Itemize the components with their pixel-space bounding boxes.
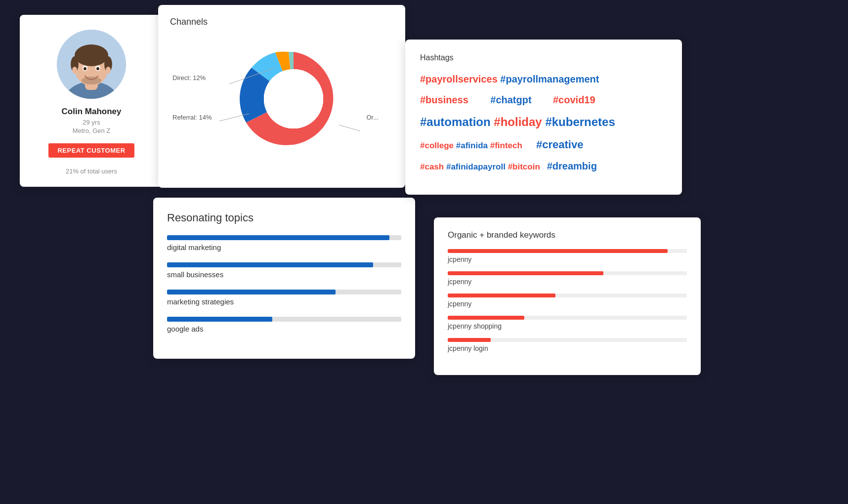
keyword-item-1: jcpenny bbox=[448, 249, 687, 263]
referral-label: Referral: 14% bbox=[172, 114, 212, 121]
topic-label: google ads bbox=[167, 325, 401, 333]
keyword-item-2: jcpenny bbox=[448, 271, 687, 286]
keyword-bar bbox=[448, 316, 524, 320]
hashtag-line-1: #payrollservices #payrollmanagement bbox=[420, 72, 667, 86]
svg-point-12 bbox=[72, 67, 77, 74]
hashtag-college: #college bbox=[420, 141, 456, 150]
hashtag-line-3: #automation #holiday #kubernetes bbox=[420, 114, 667, 130]
svg-line-21 bbox=[339, 125, 360, 131]
keyword-label: jcpenny bbox=[448, 278, 687, 286]
topic-bar bbox=[167, 317, 272, 322]
hashtag-bitcoin: #bitcoin bbox=[508, 162, 545, 171]
profile-age: 29 yrs bbox=[83, 119, 100, 126]
svg-point-11 bbox=[82, 77, 101, 84]
keywords-title: Organic + branded keywords bbox=[448, 230, 687, 240]
topic-bar bbox=[167, 290, 336, 294]
topic-bar bbox=[167, 262, 373, 267]
avatar bbox=[57, 30, 126, 99]
topic-bar bbox=[167, 235, 389, 240]
hashtag-cash: #cash bbox=[420, 162, 446, 171]
topic-item-google-ads: google ads bbox=[167, 317, 401, 333]
keyword-bar-wrap bbox=[448, 249, 687, 253]
keyword-bar bbox=[448, 338, 491, 342]
hashtag-covid19: #covid19 bbox=[553, 94, 595, 105]
topic-label: marketing strategies bbox=[167, 297, 401, 306]
direct-label: Direct: 12% bbox=[172, 74, 206, 82]
profile-stat: 21% of total users bbox=[66, 168, 117, 175]
svg-point-13 bbox=[106, 67, 111, 74]
keyword-label: jcpenny login bbox=[448, 344, 687, 352]
topic-item-small-businesses: small businesses bbox=[167, 262, 401, 279]
svg-point-18 bbox=[264, 69, 323, 128]
keyword-bar-wrap bbox=[448, 316, 687, 320]
hashtag-line-5: #cash #afinidapayroll #bitcoin #dreambig bbox=[420, 159, 667, 173]
keyword-bar bbox=[448, 271, 603, 275]
hashtag-fintech: #fintech bbox=[490, 141, 534, 150]
keyword-bar-wrap bbox=[448, 271, 687, 275]
keyword-label: jcpenny bbox=[448, 255, 687, 263]
keyword-bar bbox=[448, 294, 555, 297]
hashtags-title: Hashtags bbox=[420, 53, 667, 62]
hashtag-kubernetes: #kubernetes bbox=[545, 115, 615, 128]
keyword-bar-wrap bbox=[448, 294, 687, 297]
topic-item-digital-marketing: digital marketing bbox=[167, 235, 401, 252]
topics-card: Resonating topics digital marketing smal… bbox=[153, 198, 415, 359]
keyword-item-3: jcpenny bbox=[448, 294, 687, 308]
channels-card: Channels D bbox=[158, 5, 405, 188]
topic-bar-wrap bbox=[167, 290, 401, 294]
keyword-item-5: jcpenny login bbox=[448, 338, 687, 352]
keyword-bar-wrap bbox=[448, 338, 687, 342]
hashtag-line-4: #college #afinida #fintech #creative bbox=[420, 137, 667, 153]
keyword-label: jcpenny bbox=[448, 300, 687, 308]
hashtag-dreambig: #dreambig bbox=[547, 161, 597, 171]
keyword-label: jcpenny shopping bbox=[448, 322, 687, 330]
hashtag-line-2: #business #chatgpt #covid19 bbox=[420, 93, 667, 107]
svg-point-4 bbox=[75, 44, 108, 66]
profile-name: Colin Mahoney bbox=[62, 107, 122, 117]
profile-demo: Metro, Gen Z bbox=[73, 127, 111, 134]
hashtag-afinidapayroll: #afinidapayroll bbox=[446, 162, 508, 171]
topic-item-marketing-strategies: marketing strategies bbox=[167, 290, 401, 306]
hashtag-payrollservices: #payrollservices bbox=[420, 74, 500, 84]
hashtag-automation: #automation bbox=[420, 115, 494, 128]
topic-bar-wrap bbox=[167, 262, 401, 267]
topic-bar-wrap bbox=[167, 235, 401, 240]
channels-title: Channels bbox=[170, 17, 393, 27]
hashtag-creative: #creative bbox=[536, 138, 583, 151]
keywords-card: Organic + branded keywords jcpenny jcpen… bbox=[434, 217, 701, 375]
topic-label: digital marketing bbox=[167, 243, 401, 252]
hashtag-business: #business bbox=[420, 94, 490, 105]
organic-label: Or... bbox=[366, 114, 379, 121]
hashtag-holiday: #holiday bbox=[494, 115, 545, 128]
topic-label: small businesses bbox=[167, 270, 401, 279]
repeat-customer-badge: REPEAT CUSTOMER bbox=[48, 143, 134, 158]
hashtag-payrollmanagement: #payrollmanagement bbox=[500, 74, 599, 84]
hashtags-card: Hashtags #payrollservices #payrollmanage… bbox=[405, 40, 682, 195]
keyword-item-4: jcpenny shopping bbox=[448, 316, 687, 330]
topics-title: Resonating topics bbox=[167, 211, 401, 224]
topic-bar-wrap bbox=[167, 317, 401, 322]
hashtag-chatgpt: #chatgpt bbox=[490, 94, 551, 105]
channels-donut-chart bbox=[170, 37, 397, 161]
svg-point-9 bbox=[84, 67, 86, 70]
hashtag-afinida: #afinida bbox=[456, 141, 490, 150]
profile-card: Colin Mahoney 29 yrs Metro, Gen Z REPEAT… bbox=[20, 15, 163, 187]
keyword-bar bbox=[448, 249, 668, 253]
svg-point-10 bbox=[96, 67, 99, 70]
